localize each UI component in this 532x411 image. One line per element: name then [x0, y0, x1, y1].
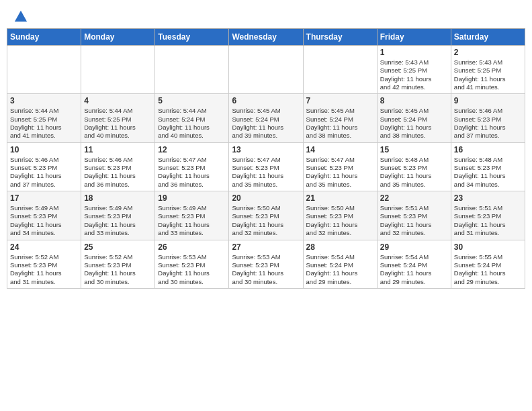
day-info: Sunrise: 5:47 AM	[232, 156, 300, 164]
day-info: Sunset: 5:23 PM	[232, 164, 300, 172]
calendar-cell: 7Sunrise: 5:45 AMSunset: 5:24 PMDaylight…	[303, 94, 377, 142]
svg-marker-0	[15, 11, 27, 22]
day-info: and 40 minutes.	[158, 132, 226, 140]
day-info: and 38 minutes.	[306, 132, 374, 140]
day-info: Daylight: 11 hours	[158, 269, 226, 277]
day-number: 23	[454, 193, 522, 203]
calendar-cell: 5Sunrise: 5:44 AMSunset: 5:24 PMDaylight…	[155, 94, 229, 142]
day-info: and 35 minutes.	[232, 181, 300, 189]
day-info: Sunrise: 5:43 AM	[380, 58, 448, 66]
day-number: 17	[10, 193, 78, 203]
day-info: Sunset: 5:24 PM	[158, 116, 226, 124]
day-info: Sunrise: 5:54 AM	[380, 253, 448, 261]
day-info: Daylight: 11 hours	[232, 124, 300, 132]
calendar-week-row: 3Sunrise: 5:44 AMSunset: 5:25 PMDaylight…	[7, 94, 525, 142]
calendar-cell: 3Sunrise: 5:44 AMSunset: 5:25 PMDaylight…	[7, 94, 81, 142]
day-info: Daylight: 11 hours	[454, 172, 522, 180]
weekday-header-sunday: Sunday	[7, 29, 81, 46]
day-info: Sunrise: 5:44 AM	[158, 107, 226, 115]
day-info: and 32 minutes.	[306, 229, 374, 237]
calendar-cell: 9Sunrise: 5:46 AMSunset: 5:23 PMDaylight…	[451, 94, 525, 142]
weekday-header-monday: Monday	[81, 29, 155, 46]
day-info: and 40 minutes.	[84, 132, 152, 140]
day-info: Sunrise: 5:43 AM	[454, 58, 522, 66]
day-info: Sunrise: 5:45 AM	[232, 107, 300, 115]
calendar-cell	[7, 46, 81, 94]
day-number: 14	[306, 145, 374, 154]
day-info: Daylight: 11 hours	[380, 269, 448, 277]
day-info: Sunset: 5:23 PM	[84, 212, 152, 220]
day-info: Sunset: 5:23 PM	[454, 116, 522, 124]
day-info: and 34 minutes.	[454, 181, 522, 189]
day-number: 29	[380, 242, 448, 252]
day-info: Sunrise: 5:46 AM	[10, 156, 78, 164]
day-info: and 36 minutes.	[84, 181, 152, 189]
day-number: 13	[232, 145, 300, 154]
day-number: 25	[84, 242, 152, 252]
day-number: 9	[454, 96, 522, 105]
day-number: 28	[306, 242, 374, 252]
day-number: 30	[454, 242, 522, 252]
weekday-header-wednesday: Wednesday	[229, 29, 303, 46]
day-number: 4	[84, 96, 152, 105]
calendar-week-row: 1Sunrise: 5:43 AMSunset: 5:25 PMDaylight…	[7, 46, 525, 94]
day-info: Daylight: 11 hours	[84, 221, 152, 229]
day-info: Sunrise: 5:47 AM	[306, 156, 374, 164]
day-info: Sunrise: 5:44 AM	[10, 107, 78, 115]
day-info: and 33 minutes.	[84, 229, 152, 237]
day-info: Daylight: 11 hours	[10, 269, 78, 277]
day-info: Daylight: 11 hours	[306, 269, 374, 277]
day-number: 18	[84, 193, 152, 203]
weekday-header-thursday: Thursday	[303, 29, 377, 46]
day-number: 24	[10, 242, 78, 252]
calendar-cell: 30Sunrise: 5:55 AMSunset: 5:24 PMDayligh…	[451, 240, 525, 288]
day-info: Sunset: 5:23 PM	[306, 164, 374, 172]
day-info: Daylight: 11 hours	[10, 221, 78, 229]
day-info: Sunrise: 5:55 AM	[454, 253, 522, 261]
day-info: and 31 minutes.	[454, 229, 522, 237]
calendar-cell	[155, 46, 229, 94]
day-info: Daylight: 11 hours	[454, 124, 522, 132]
logo-icon	[13, 9, 28, 24]
day-info: Daylight: 11 hours	[84, 124, 152, 132]
day-info: and 35 minutes.	[306, 181, 374, 189]
day-info: Sunrise: 5:49 AM	[158, 204, 226, 212]
day-info: Sunset: 5:25 PM	[454, 66, 522, 75]
day-info: Sunset: 5:23 PM	[232, 212, 300, 220]
day-info: Sunrise: 5:48 AM	[454, 156, 522, 164]
day-info: Sunrise: 5:53 AM	[232, 253, 300, 261]
day-info: Sunset: 5:25 PM	[10, 116, 78, 124]
day-info: Sunset: 5:24 PM	[380, 116, 448, 124]
day-info: Daylight: 11 hours	[232, 172, 300, 180]
day-info: Daylight: 11 hours	[232, 221, 300, 229]
calendar-cell: 22Sunrise: 5:51 AMSunset: 5:23 PMDayligh…	[377, 191, 451, 240]
calendar-cell: 14Sunrise: 5:47 AMSunset: 5:23 PMDayligh…	[303, 142, 377, 191]
day-info: Sunrise: 5:46 AM	[84, 156, 152, 164]
day-info: Sunset: 5:23 PM	[158, 164, 226, 172]
calendar-cell: 12Sunrise: 5:47 AMSunset: 5:23 PMDayligh…	[155, 142, 229, 191]
calendar-cell: 16Sunrise: 5:48 AMSunset: 5:23 PMDayligh…	[451, 142, 525, 191]
day-info: Daylight: 11 hours	[380, 75, 448, 83]
day-info: Sunrise: 5:45 AM	[306, 107, 374, 115]
day-number: 15	[380, 145, 448, 154]
calendar-cell: 13Sunrise: 5:47 AMSunset: 5:23 PMDayligh…	[229, 142, 303, 191]
logo	[12, 9, 28, 21]
calendar-cell: 18Sunrise: 5:49 AMSunset: 5:23 PMDayligh…	[81, 191, 155, 240]
day-info: Sunrise: 5:50 AM	[306, 204, 374, 212]
day-info: Sunset: 5:23 PM	[232, 261, 300, 269]
day-number: 26	[158, 242, 226, 252]
day-info: Sunset: 5:23 PM	[454, 212, 522, 220]
calendar-cell: 20Sunrise: 5:50 AMSunset: 5:23 PMDayligh…	[229, 191, 303, 240]
day-number: 27	[232, 242, 300, 252]
calendar-cell	[303, 46, 377, 94]
calendar-cell: 26Sunrise: 5:53 AMSunset: 5:23 PMDayligh…	[155, 240, 229, 288]
day-info: Daylight: 11 hours	[158, 172, 226, 180]
calendar-cell: 8Sunrise: 5:45 AMSunset: 5:24 PMDaylight…	[377, 94, 451, 142]
calendar-cell: 27Sunrise: 5:53 AMSunset: 5:23 PMDayligh…	[229, 240, 303, 288]
day-info: and 42 minutes.	[380, 83, 448, 91]
day-info: Sunset: 5:23 PM	[10, 261, 78, 269]
day-info: and 32 minutes.	[380, 229, 448, 237]
page-header	[7, 7, 525, 24]
day-info: Sunset: 5:23 PM	[380, 164, 448, 172]
day-info: Daylight: 11 hours	[454, 221, 522, 229]
